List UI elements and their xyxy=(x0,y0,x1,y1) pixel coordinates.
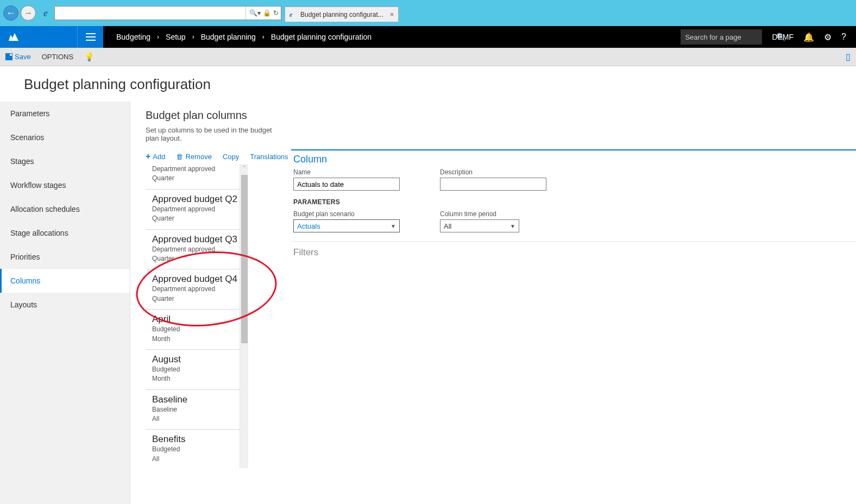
global-search[interactable]: 🔍 xyxy=(681,29,762,45)
breadcrumb-item[interactable]: Budget planning configuration xyxy=(271,33,372,41)
company-code[interactable]: DEMF xyxy=(772,33,794,41)
url-input[interactable] xyxy=(57,9,246,17)
breadcrumb-item[interactable]: Budgeting xyxy=(116,33,150,41)
scroll-up-icon[interactable]: ˆ xyxy=(240,165,249,172)
list-item-sub1: Budgeted xyxy=(152,325,237,334)
list-item-sub2: Quarter xyxy=(152,294,237,304)
plus-icon: + xyxy=(146,152,150,161)
office-icon[interactable]: ▯ xyxy=(846,52,851,62)
sidebar-item-columns[interactable]: Columns xyxy=(0,269,130,293)
period-label: Column time period xyxy=(440,210,519,218)
browser-url-bar[interactable]: 🔍▾ 🔒 ↻ xyxy=(54,6,281,20)
column-detail-panel: Column Name Description PARAMETERS Budge… xyxy=(291,149,856,504)
name-input[interactable] xyxy=(293,178,400,191)
sidebar-item-stages[interactable]: Stages xyxy=(0,149,130,173)
sidebar-item-scenarios[interactable]: Scenarios xyxy=(0,125,130,149)
page-title: Budget planning configuration xyxy=(0,66,856,102)
list-item-sub1: Department approved xyxy=(152,245,237,254)
list-item-sub1: Department approved xyxy=(152,285,237,294)
search-dropdown-icon[interactable]: 🔍▾ xyxy=(249,9,261,17)
nav-hamburger-button[interactable] xyxy=(77,26,103,48)
url-controls: 🔍▾ 🔒 ↻ xyxy=(246,7,279,20)
breadcrumb-item[interactable]: Setup xyxy=(166,33,186,41)
scenario-select[interactable]: Actuals ▼ xyxy=(293,219,400,232)
period-value: All xyxy=(444,222,451,230)
sidebar-item-layouts[interactable]: Layouts xyxy=(0,293,130,317)
list-item-sub2: Month xyxy=(152,374,237,383)
save-disk-icon xyxy=(5,53,12,60)
detail-header: Column xyxy=(291,154,856,168)
trash-icon: 🗑 xyxy=(176,153,183,161)
app-top-nav: Budgeting › Setup › Budget planning › Bu… xyxy=(0,26,856,48)
list-item-title: Baseline xyxy=(152,394,237,405)
list-item[interactable]: AugustBudgetedMonth xyxy=(146,350,240,390)
refresh-icon[interactable]: ↻ xyxy=(273,9,279,17)
options-button[interactable]: OPTIONS xyxy=(42,53,74,61)
list-item-title: Benefits xyxy=(152,434,237,445)
chevron-down-icon: ▼ xyxy=(391,223,396,229)
browser-back-button[interactable]: ← xyxy=(3,5,18,21)
list-item-title: April xyxy=(152,314,237,325)
list-actions: +Add 🗑Remove Copy Translations xyxy=(146,149,287,164)
remove-button[interactable]: 🗑Remove xyxy=(176,152,211,161)
lightbulb-icon[interactable]: 💡 xyxy=(84,52,95,62)
list-item-sub2: Quarter xyxy=(152,214,237,223)
sidebar-item-allocation-schedules[interactable]: Allocation schedules xyxy=(0,197,130,221)
action-bar: Save OPTIONS 💡 ▯ xyxy=(0,48,856,66)
list-scrollbar[interactable]: ˆ xyxy=(240,164,248,468)
save-label: Save xyxy=(15,53,31,61)
list-item-sub2: Month xyxy=(152,335,237,344)
help-icon[interactable]: ? xyxy=(841,32,846,42)
content-panel: Budget plan columns Set up columns to be… xyxy=(130,102,856,504)
list-item[interactable]: BaselineBaselineAll xyxy=(146,390,240,430)
lock-icon: 🔒 xyxy=(263,9,271,17)
save-button[interactable]: Save xyxy=(5,53,31,61)
parameters-header: PARAMETERS xyxy=(291,196,856,210)
ie-icon: e xyxy=(39,7,52,20)
sidebar-item-parameters[interactable]: Parameters xyxy=(0,102,130,125)
tab-title: Budget planning configurat... xyxy=(300,11,383,18)
list-item-title: Approved budget Q3 xyxy=(152,234,237,245)
chevron-down-icon: ▼ xyxy=(510,223,515,229)
list-item-title: Approved budget Q2 xyxy=(152,194,237,205)
description-input[interactable] xyxy=(440,178,546,191)
app-logo[interactable] xyxy=(0,26,77,48)
list-item[interactable]: AprilBudgetedMonth xyxy=(146,310,240,350)
section-title: Budget plan columns xyxy=(146,109,287,122)
list-item[interactable]: Department approvedQuarter xyxy=(146,165,240,190)
list-item-sub2: All xyxy=(152,455,237,464)
columns-list-panel: Budget plan columns Set up columns to be… xyxy=(146,109,287,504)
translations-button[interactable]: Translations xyxy=(250,152,288,161)
add-label: Add xyxy=(153,153,165,161)
description-field: Description xyxy=(440,168,546,191)
sidebar-item-priorities[interactable]: Priorities xyxy=(0,245,130,269)
config-sidebar: Parameters Scenarios Stages Workflow sta… xyxy=(0,102,130,504)
browser-tab[interactable]: e Budget planning configurat... × xyxy=(285,7,399,22)
tab-close-icon[interactable]: × xyxy=(390,10,394,18)
list-item[interactable]: Approved budget Q3Department approvedQua… xyxy=(146,230,240,270)
list-item[interactable]: Approved budget Q4Department approvedQua… xyxy=(146,269,240,310)
period-select[interactable]: All ▼ xyxy=(440,219,519,232)
list-item[interactable]: Approved budget Q2Department approvedQua… xyxy=(146,190,240,230)
scenario-label: Budget plan scenario xyxy=(293,210,400,218)
chevron-right-icon: › xyxy=(192,33,194,41)
gear-icon[interactable]: ⚙ xyxy=(824,32,832,42)
scrollbar-thumb[interactable] xyxy=(241,175,248,343)
browser-forward-button[interactable]: → xyxy=(21,5,36,21)
list-item-sub1: Baseline xyxy=(152,405,237,414)
remove-label: Remove xyxy=(185,153,211,161)
topnav-right: DEMF 🔔 ⚙ ? xyxy=(762,32,856,42)
filters-header[interactable]: Filters xyxy=(291,241,856,258)
breadcrumb-item[interactable]: Budget planning xyxy=(201,33,256,41)
name-label: Name xyxy=(293,168,400,176)
sidebar-item-workflow-stages[interactable]: Workflow stages xyxy=(0,173,130,197)
bell-icon[interactable]: 🔔 xyxy=(803,32,814,42)
description-label: Description xyxy=(440,168,546,176)
add-button[interactable]: +Add xyxy=(146,152,165,161)
list-item[interactable]: BenefitsBudgetedAll xyxy=(146,430,240,468)
copy-button[interactable]: Copy xyxy=(223,152,239,161)
list-item-sub1: Budgeted xyxy=(152,365,237,374)
browser-chrome: ← → e 🔍▾ 🔒 ↻ e Budget planning configura… xyxy=(0,0,856,26)
list-item-sub1: Budgeted xyxy=(152,445,237,454)
sidebar-item-stage-allocations[interactable]: Stage allocations xyxy=(0,221,130,245)
